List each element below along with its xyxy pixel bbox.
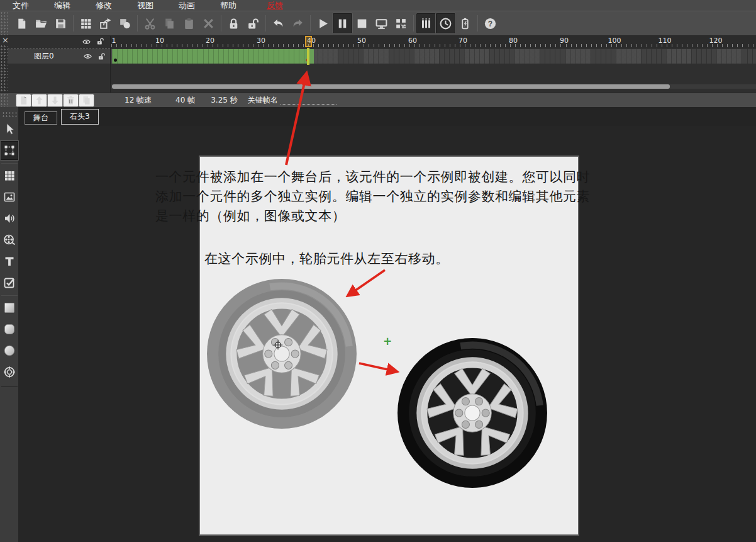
delete-layer-button[interactable]	[63, 94, 79, 107]
layer-name[interactable]: 图层0	[34, 51, 83, 62]
tools-separator	[1, 387, 18, 387]
move-layer-down-button[interactable]	[47, 94, 63, 107]
wheel-symbol-ghost-instance[interactable]	[204, 276, 359, 431]
all-layers-visibility-icon[interactable]	[82, 38, 91, 46]
menu-view[interactable]: 视图	[125, 0, 166, 11]
stage-paragraph[interactable]: 一个元件被添加在一个舞台后，该元件的一个示例即被创建。您可以同时 添加一个元件的…	[155, 167, 590, 226]
open-file-button[interactable]	[31, 13, 51, 33]
tab-label: 舞台	[33, 113, 48, 123]
tool-image[interactable]	[1, 188, 18, 206]
duplicate-layer-button[interactable]	[79, 94, 94, 107]
tool-audio[interactable]	[1, 209, 18, 228]
menu-bar: 文件 编辑 修改 视图 动画 帮助 反馈	[0, 0, 756, 11]
menu-modify[interactable]: 修改	[83, 0, 125, 11]
tab-label: 石头3	[70, 111, 90, 122]
timeline-scrollbar-thumb[interactable]	[112, 84, 670, 89]
stage-caption[interactable]: 在这个示例中，轮胎元件从左至右移动。	[204, 250, 449, 268]
lock-button[interactable]	[224, 13, 243, 33]
toolbar-separator	[413, 15, 414, 31]
battery-button[interactable]	[455, 13, 475, 33]
tools-separator	[1, 295, 18, 296]
menu-edit[interactable]: 编辑	[42, 0, 83, 11]
toolbar-separator	[477, 15, 478, 31]
library-grid-icon	[79, 17, 92, 30]
toolbar-grip-handle[interactable]	[0, 11, 8, 35]
new-layer-button[interactable]	[16, 94, 31, 107]
footer-grip-handle[interactable]	[0, 93, 8, 108]
tween-span[interactable]	[112, 49, 314, 64]
new-file-button[interactable]	[12, 13, 31, 33]
tab-stage[interactable]: 舞台	[25, 111, 57, 125]
feedback-link[interactable]: 反馈	[267, 0, 283, 11]
unlock-icon	[247, 17, 260, 30]
paste-button[interactable]	[179, 13, 199, 33]
tools-grip-handle[interactable]	[2, 111, 17, 117]
export-share-icon	[99, 17, 112, 30]
monitor-icon	[375, 17, 388, 30]
unlock-button[interactable]	[243, 13, 263, 33]
qr-code-button[interactable]	[391, 13, 411, 33]
library-button[interactable]	[76, 13, 96, 33]
all-layers-lock-icon[interactable]	[96, 37, 105, 45]
keyframe-start-dot[interactable]	[114, 59, 117, 62]
wheel-symbol-instance[interactable]	[395, 336, 550, 490]
clock-icon	[439, 17, 452, 30]
undo-button[interactable]	[269, 13, 288, 33]
timeline-panel-button[interactable]	[416, 13, 436, 33]
symbol-button[interactable]	[115, 13, 135, 33]
symbol-shape-icon	[118, 17, 131, 30]
keyframe-name-input[interactable]	[281, 96, 336, 104]
stop-button[interactable]	[352, 13, 372, 33]
tool-checkbox[interactable]	[1, 273, 18, 292]
tool-text[interactable]	[1, 252, 18, 271]
help-icon	[484, 17, 497, 30]
layer-visibility-icon[interactable]	[83, 52, 92, 60]
tool-rounded-rectangle[interactable]	[1, 320, 18, 339]
layer-frame-strip[interactable]	[111, 49, 756, 64]
time-button[interactable]	[436, 13, 455, 33]
delete-button[interactable]	[199, 13, 218, 33]
speaker-icon	[3, 212, 16, 225]
toolbar-separator	[137, 15, 138, 31]
tool-target[interactable]	[1, 363, 18, 381]
tab-symbol-shitou3[interactable]: 石头3	[61, 109, 99, 125]
rounded-rectangle-shape-icon	[3, 323, 16, 336]
document-tab-bar: 舞台 石头3	[19, 107, 756, 126]
tool-ellipse[interactable]	[1, 341, 18, 360]
checkbox-icon	[3, 276, 16, 289]
playhead[interactable]	[307, 48, 309, 65]
timeline-scrollbar-track[interactable]	[111, 84, 756, 89]
save-button[interactable]	[51, 13, 70, 33]
help-button[interactable]	[481, 13, 500, 33]
transform-anchor-crosshair-icon[interactable]	[273, 340, 283, 350]
stop-icon	[355, 17, 369, 30]
move-layer-up-button[interactable]	[31, 94, 47, 107]
cut-button[interactable]	[140, 13, 160, 33]
tool-rectangle[interactable]	[1, 298, 18, 317]
frame-count: 40 帧	[175, 95, 195, 106]
current-frame-marker[interactable]	[305, 36, 312, 47]
tool-video[interactable]	[1, 230, 18, 249]
play-button[interactable]	[313, 13, 333, 33]
tool-transform[interactable]	[1, 141, 18, 160]
export-button[interactable]	[96, 13, 115, 33]
menu-animation[interactable]: 动画	[166, 0, 208, 11]
menu-file[interactable]: 文件	[0, 0, 42, 11]
menu-help[interactable]: 帮助	[208, 0, 249, 11]
layer-row[interactable]: 图层0	[8, 49, 110, 64]
frames-area[interactable]: 1 10 20 30 40 50 60 70 80 90 100 110 120	[111, 36, 756, 93]
preview-button[interactable]	[372, 13, 391, 33]
redo-button[interactable]	[288, 13, 308, 33]
cursor-arrow-icon	[3, 123, 16, 135]
layer-lock-icon[interactable]	[97, 52, 106, 60]
tool-components[interactable]	[1, 166, 18, 185]
copy-button[interactable]	[160, 13, 179, 33]
frame-ruler[interactable]: 1 10 20 30 40 50 60 70 80 90 100 110 120	[111, 36, 756, 48]
timeline-footer: 12 帧速 40 帧 3.25 秒 关键帧名	[0, 93, 756, 107]
pause-button[interactable]	[333, 13, 352, 33]
work-canvas[interactable]: 一个元件被添加在一个舞台后，该元件的一个示例即被创建。您可以同时 添加一个元件的…	[19, 126, 756, 542]
tool-select[interactable]	[1, 120, 18, 138]
battery-charge-icon	[459, 17, 472, 30]
delete-x-icon	[202, 17, 215, 30]
paragraph-line: 一个元件被添加在一个舞台后，该元件的一个示例即被创建。您可以同时	[155, 167, 590, 187]
